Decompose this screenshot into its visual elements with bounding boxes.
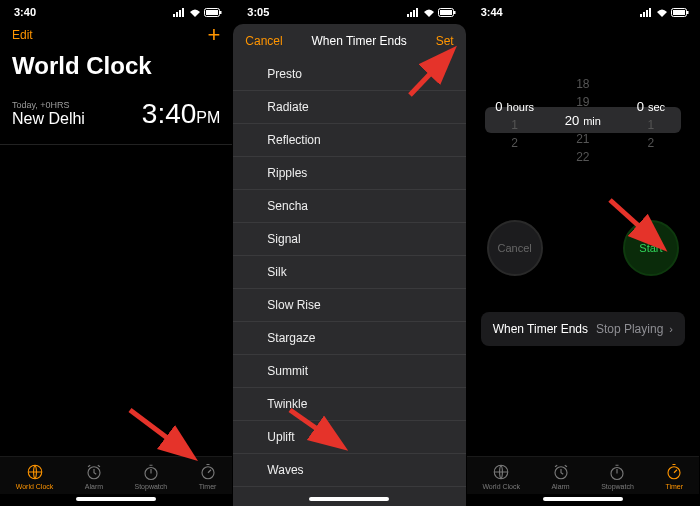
picker-seconds[interactable]: 0sec 1 2 <box>621 91 681 150</box>
tab-label: Timer <box>665 483 683 490</box>
svg-rect-5 <box>206 10 218 15</box>
sound-list[interactable]: Presto Radiate Reflection Ripples Sencha… <box>233 58 465 494</box>
svg-rect-14 <box>416 8 418 17</box>
time-ampm: PM <box>196 109 220 126</box>
home-indicator[interactable] <box>309 497 389 501</box>
alarm-icon <box>552 463 570 481</box>
timer-screen: 3:44 0hours 1 2 18 19 2 <box>467 0 700 506</box>
sound-label: Stargaze <box>267 331 315 345</box>
list-item[interactable]: Ripples <box>233 157 465 190</box>
status-bar: 3:40 <box>0 0 232 20</box>
tab-stopwatch[interactable]: Stopwatch <box>134 463 167 490</box>
svg-rect-16 <box>440 10 452 15</box>
modal-title: When Timer Ends <box>311 34 406 48</box>
nav-row: Edit + <box>0 20 232 50</box>
picker-dim: 2 <box>648 136 655 150</box>
sound-label: Uplift <box>267 430 294 444</box>
tab-alarm[interactable]: Alarm <box>85 463 103 490</box>
tab-stopwatch[interactable]: Stopwatch <box>601 463 634 490</box>
picker-dim: 19 <box>576 95 589 109</box>
cancel-label: Cancel <box>498 242 532 254</box>
tab-alarm[interactable]: Alarm <box>551 463 569 490</box>
list-item[interactable]: Presto <box>233 58 465 91</box>
tab-label: World Clock <box>16 483 54 490</box>
tab-world-clock[interactable]: World Clock <box>16 463 54 490</box>
when-timer-ends-row[interactable]: When Timer Ends Stop Playing › <box>481 312 685 346</box>
home-indicator[interactable] <box>543 497 623 501</box>
duration-picker[interactable]: 0hours 1 2 18 19 20min 21 22 0sec 1 2 <box>481 60 685 180</box>
timer-icon <box>199 463 217 481</box>
sound-label: Radiate <box>267 100 308 114</box>
home-indicator[interactable] <box>76 497 156 501</box>
list-item[interactable]: Uplift <box>233 421 465 454</box>
picker-hours[interactable]: 0hours 1 2 <box>485 91 545 150</box>
list-item[interactable]: Slow Rise <box>233 289 465 322</box>
svg-rect-20 <box>646 10 648 17</box>
list-item[interactable]: Reflection <box>233 124 465 157</box>
svg-rect-12 <box>410 12 412 17</box>
svg-rect-18 <box>640 14 642 17</box>
clock-row[interactable]: Today, +0HRS New Delhi 3:40PM <box>0 90 232 145</box>
timer-sound-screen: 3:05 Cancel When Timer Ends Set Presto R… <box>233 0 466 506</box>
tab-label: Alarm <box>551 483 569 490</box>
picker-dim: 1 <box>648 118 655 132</box>
sound-label: Twinkle <box>267 397 307 411</box>
picker-dim: 22 <box>576 150 589 164</box>
stopwatch-icon <box>608 463 626 481</box>
time-display: 3:40PM <box>142 98 221 130</box>
picker-dim: 18 <box>576 77 589 91</box>
timer-content: 0hours 1 2 18 19 20min 21 22 0sec 1 2 <box>467 20 699 456</box>
picker-dim: 2 <box>511 136 518 150</box>
sound-label: Presto <box>267 67 302 81</box>
add-icon[interactable]: + <box>207 26 220 44</box>
svg-rect-21 <box>649 8 651 17</box>
list-item[interactable]: Sencha <box>233 190 465 223</box>
cancel-button[interactable]: Cancel <box>487 220 543 276</box>
status-bar: 3:05 <box>233 0 465 20</box>
status-icons <box>640 8 689 17</box>
list-item[interactable]: Waves <box>233 454 465 487</box>
modal-header: Cancel When Timer Ends Set <box>233 24 465 58</box>
list-item[interactable]: Silk <box>233 256 465 289</box>
svg-rect-2 <box>179 10 181 17</box>
offset-label: Today, +0HRS <box>12 100 85 110</box>
picker-dim: 1 <box>511 118 518 132</box>
sound-label: Silk <box>267 265 286 279</box>
start-button[interactable]: Start <box>623 220 679 276</box>
when-timer-ends-modal: Cancel When Timer Ends Set Presto Radiat… <box>233 24 465 506</box>
list-item[interactable]: Stargaze <box>233 322 465 355</box>
set-button[interactable]: Set <box>436 34 454 48</box>
list-item[interactable]: Summit <box>233 355 465 388</box>
tab-bar: World Clock Alarm Stopwatch Timer <box>0 456 232 494</box>
edit-button[interactable]: Edit <box>12 28 33 42</box>
list-item[interactable]: Radiate <box>233 91 465 124</box>
sound-label: Summit <box>267 364 308 378</box>
world-clock-screen: 3:40 Edit + World Clock Today, +0HRS New… <box>0 0 233 506</box>
status-time: 3:05 <box>247 6 269 18</box>
status-icons <box>407 8 456 17</box>
svg-rect-17 <box>454 11 456 14</box>
picker-value: 20 <box>565 113 579 128</box>
globe-icon <box>26 463 44 481</box>
status-time: 3:40 <box>14 6 36 18</box>
list-item-classic[interactable]: Classic› <box>233 487 465 494</box>
svg-rect-13 <box>413 10 415 17</box>
svg-rect-23 <box>673 10 685 15</box>
svg-rect-3 <box>182 8 184 17</box>
tab-bar: World Clock Alarm Stopwatch Timer <box>467 456 699 494</box>
picker-minutes[interactable]: 18 19 20min 21 22 <box>553 77 613 164</box>
status-icons <box>173 8 222 17</box>
tab-label: Stopwatch <box>134 483 167 490</box>
list-item[interactable]: Twinkle <box>233 388 465 421</box>
picker-value: 0 <box>637 99 644 114</box>
tab-timer[interactable]: Timer <box>199 463 217 490</box>
list-item[interactable]: Signal <box>233 223 465 256</box>
sound-label: Reflection <box>267 133 320 147</box>
stopwatch-icon <box>142 463 160 481</box>
picker-unit: sec <box>648 101 665 113</box>
sound-label: Waves <box>267 463 303 477</box>
option-value: Stop Playing <box>596 322 663 336</box>
cancel-button[interactable]: Cancel <box>245 34 282 48</box>
tab-world-clock[interactable]: World Clock <box>482 463 520 490</box>
tab-timer[interactable]: Timer <box>665 463 683 490</box>
